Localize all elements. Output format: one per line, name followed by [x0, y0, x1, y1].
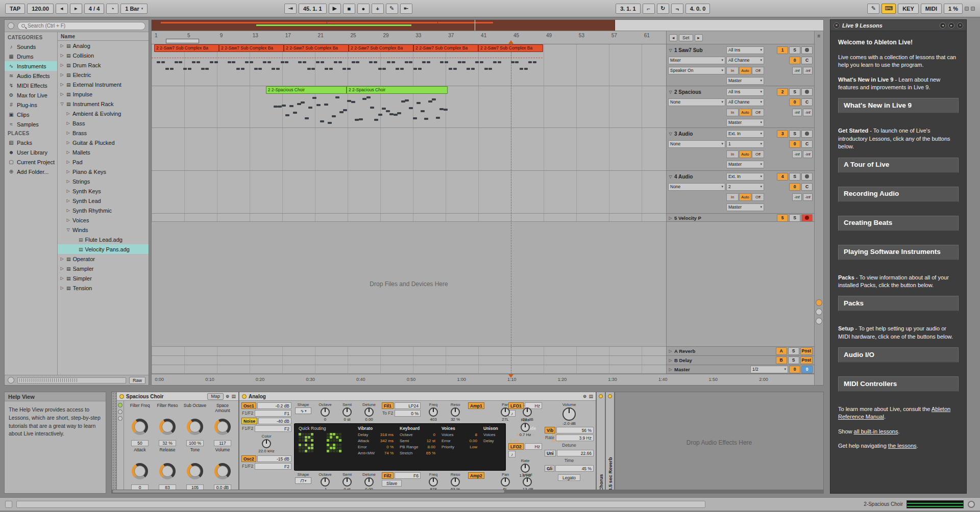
- track-activator[interactable]: 1: [777, 46, 788, 54]
- osc2-route-chooser[interactable]: F2: [255, 463, 291, 470]
- save-preset-icon[interactable]: ▤: [589, 394, 593, 399]
- amp1-level-knob[interactable]: [523, 407, 532, 417]
- monitor-in-button[interactable]: In: [726, 109, 739, 116]
- stop-button[interactable]: ■: [343, 4, 355, 14]
- instrument-rack-device[interactable]: Spacious Choir Map ⊚ ▤ Filter Freq50Filt…: [117, 392, 239, 493]
- name-column-header[interactable]: Name: [58, 32, 149, 41]
- glide-time[interactable]: 45 %: [555, 465, 594, 472]
- master-header[interactable]: ▷Master1/2▾00: [667, 365, 814, 373]
- fold-closed-icon[interactable]: ▷: [66, 189, 70, 193]
- input-channel-chooser[interactable]: All Channe▾: [726, 57, 764, 64]
- solo-button[interactable]: S: [789, 46, 800, 54]
- computer-midi-keyboard-button[interactable]: ⌨: [881, 4, 896, 14]
- vibrato-toggle[interactable]: Vib: [545, 427, 555, 433]
- tree-item-synth-keys[interactable]: ▷Synth Keys: [58, 186, 149, 196]
- param-octave[interactable]: Octave0: [400, 432, 435, 438]
- punch-in-button[interactable]: ⌐: [643, 4, 655, 14]
- fold-open-icon[interactable]: ▽: [668, 174, 673, 179]
- metronome-toggle[interactable]: ◔: [106, 4, 118, 14]
- solo-button[interactable]: S: [789, 130, 800, 138]
- fold-closed-icon[interactable]: ▷: [668, 216, 673, 220]
- device-scrollbar[interactable]: [112, 490, 823, 493]
- tree-item-piano-keys[interactable]: ▷Piano & Keys: [58, 167, 149, 176]
- return-lane-a-reverb[interactable]: [152, 347, 666, 356]
- osc2-detune-knob[interactable]: [364, 477, 374, 487]
- sidebar-item-instruments[interactable]: ∿Instruments: [5, 61, 57, 71]
- fold-closed-icon[interactable]: ▷: [66, 218, 70, 222]
- fold-closed-icon[interactable]: ▷: [60, 82, 64, 87]
- param-pb-range[interactable]: PB Range8.00: [400, 444, 435, 450]
- monitor-auto-button[interactable]: Auto: [739, 193, 751, 201]
- follow-button[interactable]: ⇥: [284, 4, 297, 14]
- tree-item-mallets[interactable]: ▷Mallets: [58, 147, 149, 157]
- analog-device[interactable]: Analog ⊚ ▤ Osc1-0.2 dB F1/F2F1 Noise-40 …: [239, 392, 597, 493]
- osc2-shape-chooser[interactable]: ⊓▾: [295, 477, 311, 484]
- osc1-route-chooser[interactable]: F1: [255, 410, 291, 417]
- fold-closed-icon[interactable]: ▷: [66, 160, 70, 164]
- meter-value[interactable]: -inf: [803, 67, 813, 74]
- param-error[interactable]: Error0 %: [358, 444, 394, 450]
- info-view-toggle[interactable]: [5, 501, 12, 508]
- amp1-toggle[interactable]: Amp1: [468, 402, 484, 409]
- fold-open-icon[interactable]: ▽: [66, 227, 70, 232]
- arrangement-clip[interactable]: 2 2-Saw7 Sub Complex Ba: [413, 44, 478, 52]
- osc1-level[interactable]: -0.2 dB: [257, 402, 291, 409]
- search-input[interactable]: Search (Ctrl + F): [17, 22, 145, 30]
- fold-closed-icon[interactable]: ▷: [60, 276, 64, 280]
- lesson-button-audio-i-o[interactable]: Audio I/O: [838, 347, 959, 363]
- param-priority[interactable]: PriorityLow: [442, 444, 477, 450]
- routing-chooser[interactable]: Mixer▾: [668, 57, 725, 64]
- pan-value[interactable]: 0: [789, 366, 800, 373]
- play-button[interactable]: ▶: [329, 4, 341, 14]
- fold-closed-icon[interactable]: ▷: [60, 92, 64, 96]
- tree-item-external-instrument[interactable]: ▷▤External Instrument: [58, 80, 149, 89]
- track-header-5-velocity-p[interactable]: ▷5 Velocity P5S: [667, 214, 814, 222]
- monitor-off-button[interactable]: Off: [752, 150, 764, 158]
- fold-open-icon[interactable]: ▽: [60, 101, 64, 106]
- return-lane-b-delay[interactable]: [152, 356, 666, 365]
- monitor-off-button[interactable]: Off: [752, 67, 764, 74]
- macro-control-attack[interactable]: Attack0: [127, 448, 153, 491]
- volume-knob[interactable]: [562, 407, 576, 421]
- macro-control-space-amount[interactable]: Space Amount117: [210, 403, 235, 446]
- track-name[interactable]: ▽3 Audio: [668, 131, 725, 137]
- fold-closed-icon[interactable]: ▷: [66, 121, 70, 125]
- osc1-detune-knob[interactable]: [364, 407, 374, 417]
- routing-matrix[interactable]: [299, 433, 325, 442]
- monitor-auto-button[interactable]: Auto: [739, 150, 751, 158]
- key-map-button[interactable]: KEY: [898, 4, 919, 14]
- lesson-button-a-tour-of-live[interactable]: A Tour of Live: [838, 158, 959, 173]
- amp2-toggle[interactable]: Amp2: [468, 472, 484, 479]
- tree-item-bass[interactable]: ▷Bass: [58, 118, 149, 128]
- fold-closed-icon[interactable]: ▷: [60, 72, 64, 77]
- fold-closed-icon[interactable]: ▷: [60, 43, 64, 48]
- track-lane-1-saw7-sub[interactable]: 2 2-Saw7 Sub Complex Ba2 2-Saw7 Sub Comp…: [152, 44, 666, 86]
- osc1-shape-chooser[interactable]: ∿▾: [295, 407, 311, 414]
- fold-closed-icon[interactable]: ▷: [668, 358, 673, 363]
- sidebar-item-clips[interactable]: ▣Clips: [5, 110, 57, 119]
- solo-button[interactable]: S: [788, 347, 799, 355]
- tree-item-impulse[interactable]: ▷▤Impulse: [58, 89, 149, 99]
- macro-control-filter-freq[interactable]: Filter Freq50: [127, 403, 153, 446]
- fold-closed-icon[interactable]: ▷: [60, 53, 64, 58]
- routing-chooser[interactable]: None▾: [668, 98, 725, 106]
- lfo2-sync-button[interactable]: ♪: [508, 451, 516, 457]
- amp1-pan-knob[interactable]: [501, 407, 510, 417]
- tree-item-strings[interactable]: ▷Strings: [58, 176, 149, 186]
- automation-arm-button[interactable]: ✎: [386, 4, 398, 14]
- arm-button[interactable]: [801, 88, 813, 96]
- unison-toggle[interactable]: Uni: [545, 450, 556, 456]
- sidebar-item-plug-ins[interactable]: #Plug-ins: [5, 100, 57, 110]
- param-delay[interactable]: Delay318 ms: [358, 432, 394, 438]
- arrangement-clip[interactable]: 2 2-Spacious Choir: [347, 86, 448, 94]
- tree-item-analog[interactable]: ▷▤Analog: [58, 41, 149, 50]
- close-lessons-icon[interactable]: ✕: [834, 22, 840, 29]
- sidebar-item-max-for-live[interactable]: ⚙Max for Live: [5, 90, 57, 100]
- osc2-level[interactable]: -15 dB: [257, 455, 291, 462]
- meter-value[interactable]: -inf: [792, 193, 802, 201]
- tree-item-drum-rack[interactable]: ▷▤Drum Rack: [58, 60, 149, 70]
- tree-item-winds[interactable]: ▽Winds: [58, 225, 149, 235]
- track-name[interactable]: ▷5 Velocity P: [668, 215, 776, 221]
- device-on-toggle[interactable]: [608, 394, 612, 398]
- cpu-meter[interactable]: 1 %: [944, 4, 963, 14]
